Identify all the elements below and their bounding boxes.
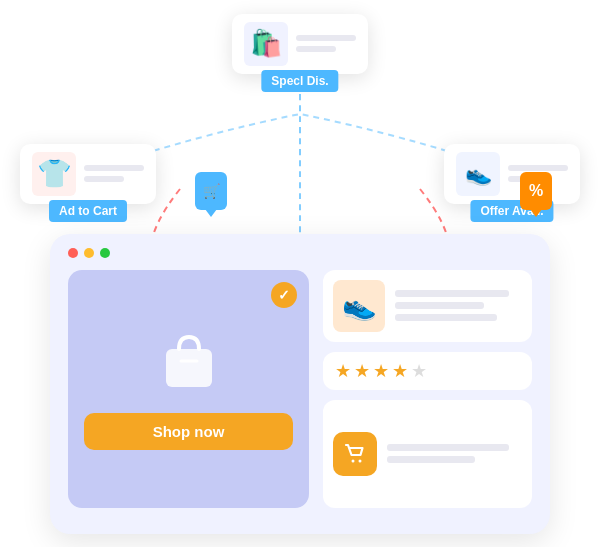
star-4: ★	[392, 360, 408, 382]
star-5: ★	[411, 360, 427, 382]
checkmark-badge: ✓	[271, 282, 297, 308]
cart-badge: Ad to Cart	[49, 200, 127, 222]
product-image: 👟	[333, 280, 385, 332]
cart-svg-icon	[342, 441, 368, 467]
offer-card-icon: 👟	[456, 152, 500, 196]
dot-red	[68, 248, 78, 258]
product-card: 👟	[323, 270, 532, 342]
shoe-emoji: 👟	[465, 161, 492, 187]
special-badge: Specl Dis.	[261, 70, 338, 92]
offer-card: 👟 Offer Avail.	[444, 144, 580, 204]
percent-price-tag: %	[520, 172, 552, 210]
star-1: ★	[335, 360, 351, 382]
left-panel: ✓ Shop now	[68, 270, 309, 508]
stars-row: ★ ★ ★ ★ ★	[323, 352, 532, 390]
special-card-icon: 🛍️	[244, 22, 288, 66]
sneaker-emoji: 👟	[342, 289, 377, 322]
cart-item-card	[323, 400, 532, 508]
shirt-emoji: 👕	[37, 157, 72, 190]
cart-text-lines	[387, 444, 522, 463]
browser-mockup: ✓ Shop now 👟	[50, 234, 550, 534]
cart-icon-box	[333, 432, 377, 476]
shop-now-button[interactable]: Shop now	[84, 413, 293, 450]
bags-emoji: 🛍️	[250, 28, 282, 59]
browser-content: ✓ Shop now 👟	[68, 270, 532, 508]
shopping-bag-icon	[154, 327, 224, 397]
svg-point-3	[359, 459, 362, 462]
special-discount-card: 🛍️ Specl Dis.	[232, 14, 368, 74]
scene: 🛍️ Specl Dis. 👕 Ad to Cart 🛒 👟 Offer Ava…	[20, 14, 580, 534]
cart-price-tag: 🛒	[195, 172, 227, 210]
product-text-lines	[395, 290, 522, 321]
cart-card-icon: 👕	[32, 152, 76, 196]
browser-dots	[68, 248, 532, 258]
star-2: ★	[354, 360, 370, 382]
dot-yellow	[84, 248, 94, 258]
special-card-lines	[296, 35, 356, 52]
cart-card: 👕 Ad to Cart	[20, 144, 156, 204]
svg-point-2	[352, 459, 355, 462]
cart-card-lines	[84, 165, 144, 182]
dot-green	[100, 248, 110, 258]
right-panel: 👟 ★ ★ ★ ★ ★	[323, 270, 532, 508]
svg-rect-0	[166, 349, 212, 387]
star-3: ★	[373, 360, 389, 382]
